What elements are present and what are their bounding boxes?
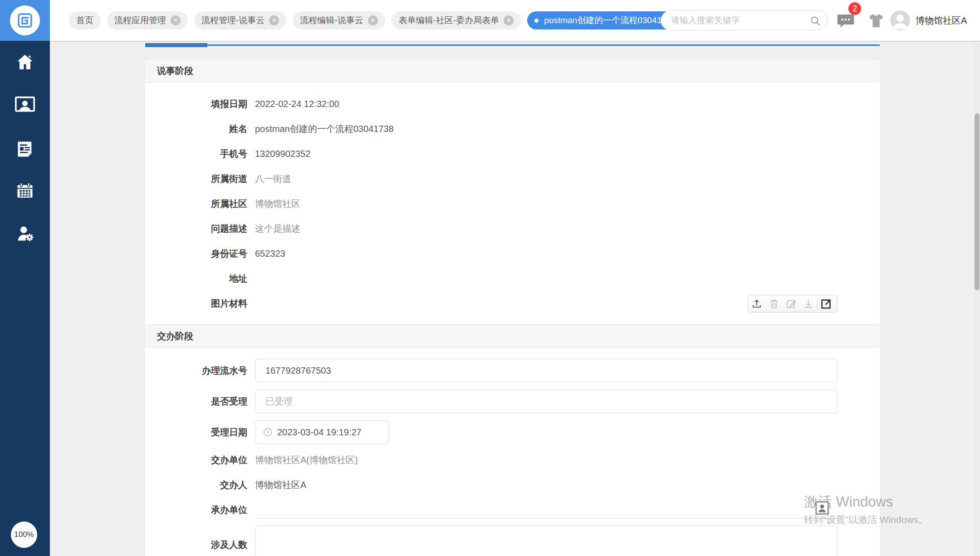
form-row-report-date: 填报日期 2022-02-24 12:32:00 <box>145 92 880 117</box>
top-header: 首页 流程应用管理 × 流程管理-说事云 × 流程编辑-说事云 × 表单编辑-社… <box>50 0 980 42</box>
field-label: 是否受理 <box>145 395 255 408</box>
form-row-description: 问题描述 这个是描述 <box>145 216 880 241</box>
tab-home[interactable]: 首页 <box>69 11 101 29</box>
field-label: 受理日期 <box>145 426 255 439</box>
form-row-accept-date: 受理日期 2023-03-04 19:19:27 <box>145 417 880 448</box>
form-row-phone: 手机号 13209902352 <box>145 141 880 166</box>
field-label: 交办单位 <box>145 454 255 466</box>
form-row-id-number: 身份证号 652323 <box>145 241 880 266</box>
tab-close-icon[interactable]: × <box>269 15 279 25</box>
section-header-stage1: 说事阶段 <box>145 59 880 83</box>
sidebar-item-home[interactable] <box>0 52 50 72</box>
accept-date-input[interactable]: 2023-03-04 19:19:27 <box>255 420 389 444</box>
sidebar-item-news[interactable] <box>0 138 50 158</box>
form-row-undertake-unit: 承办单位 <box>145 497 880 522</box>
badge-count: 2 <box>853 4 857 14</box>
zoom-level-badge[interactable]: 100% <box>11 522 37 548</box>
avatar-person-icon <box>890 10 910 30</box>
tab-process-mgmt[interactable]: 流程管理-说事云 × <box>194 11 286 29</box>
serial-input[interactable] <box>255 359 838 382</box>
notification-badge: 2 <box>848 2 861 15</box>
spiral-logo-icon <box>16 11 34 29</box>
form-row-street: 所属街道 八一街道 <box>145 166 880 191</box>
download-icon[interactable] <box>800 295 817 312</box>
sidebar-item-user-settings[interactable] <box>0 224 50 244</box>
field-label: 办理流水号 <box>145 365 255 377</box>
tab-ink-indicator[interactable] <box>145 43 207 47</box>
current-user-name[interactable]: 博物馆社区A <box>916 0 967 42</box>
form-row-accepted: 是否受理 <box>145 386 880 417</box>
search-box <box>661 10 828 30</box>
tab-close-icon[interactable]: × <box>504 15 514 25</box>
news-icon <box>15 138 35 158</box>
field-value: 2022-02-24 12:32:00 <box>255 99 339 109</box>
form-row-name: 姓名 postman创建的一个流程03041738 <box>145 117 880 141</box>
tab-close-icon[interactable]: × <box>171 15 181 25</box>
undertake-unit-input[interactable] <box>255 518 838 519</box>
tab-close-icon[interactable]: × <box>368 15 378 25</box>
form-row-address: 地址 <box>145 266 880 291</box>
form-row-serial: 办理流水号 <box>145 355 880 386</box>
field-label: 涉及人数 <box>145 539 255 551</box>
field-label: 地址 <box>145 273 255 285</box>
field-value: 博物馆社区 <box>255 198 300 210</box>
search-input[interactable] <box>661 11 828 30</box>
field-label: 身份证号 <box>145 248 255 260</box>
field-value: 博物馆社区A(博物馆社区) <box>255 454 358 466</box>
field-label: 交办人 <box>145 479 255 491</box>
people-count-textarea[interactable] <box>255 526 838 556</box>
field-label: 所属街道 <box>145 173 255 185</box>
field-label: 填报日期 <box>145 98 255 110</box>
tab-label: postman创建的一个流程03041916 <box>544 15 676 26</box>
sidebar-item-calendar[interactable] <box>0 180 50 200</box>
logo-circle <box>10 5 40 35</box>
accept-date-value: 2023-03-04 19:19:27 <box>277 427 362 438</box>
search-icon[interactable] <box>809 15 821 29</box>
main-content: 说事阶段 填报日期 2022-02-24 12:32:00 姓名 postman… <box>50 42 980 556</box>
field-label: 图片材料 <box>145 298 255 310</box>
vertical-scrollbar-thumb[interactable] <box>975 113 980 290</box>
field-label: 承办单位 <box>145 504 255 516</box>
field-label: 手机号 <box>145 148 255 160</box>
tab-label: 流程管理-说事云 <box>201 15 265 26</box>
calendar-icon <box>15 180 35 200</box>
tab-label: 表单编辑-社区-委办局表单 <box>399 15 500 26</box>
edit-icon[interactable] <box>783 295 800 312</box>
form-row-images: 图片材料 <box>145 291 880 316</box>
open-external-icon[interactable] <box>818 295 835 312</box>
tab-ink-line <box>145 44 880 46</box>
sidebar: 100% <box>0 0 50 556</box>
tab-label: 首页 <box>76 15 93 26</box>
messages-icon[interactable] <box>837 14 855 31</box>
zoom-level-text: 100% <box>14 530 34 539</box>
form-row-people-count: 涉及人数 <box>145 526 880 556</box>
user-settings-icon <box>15 224 35 244</box>
vertical-scrollbar-track[interactable] <box>974 42 980 556</box>
field-label: 问题描述 <box>145 223 255 235</box>
contact-card-icon <box>815 501 829 517</box>
field-value: 652323 <box>255 249 285 259</box>
app-logo[interactable] <box>0 0 50 41</box>
field-label: 姓名 <box>145 123 255 135</box>
tab-bar: 首页 流程应用管理 × 流程管理-说事云 × 流程编辑-说事云 × 表单编辑-社… <box>69 11 698 29</box>
tab-label: 流程编辑-说事云 <box>300 15 363 26</box>
sidebar-item-user-monitor[interactable] <box>0 96 50 114</box>
avatar[interactable] <box>890 10 910 30</box>
active-dot <box>534 19 539 23</box>
field-value: 这个是描述 <box>255 223 300 235</box>
tab-process-edit[interactable]: 流程编辑-说事云 × <box>293 11 385 29</box>
theme-shirt-icon[interactable] <box>867 13 885 31</box>
accepted-input[interactable] <box>255 390 838 413</box>
upload-icon[interactable] <box>748 295 765 312</box>
section-header-stage2: 交办阶段 <box>145 324 880 348</box>
home-icon <box>15 52 35 72</box>
app-window: { "header": { "tabs": [ { "label": "首页",… <box>0 0 980 556</box>
tab-form-edit[interactable]: 表单编辑-社区-委办局表单 × <box>392 11 521 29</box>
form-card: 说事阶段 填报日期 2022-02-24 12:32:00 姓名 postman… <box>145 59 880 556</box>
tab-label: 流程应用管理 <box>114 15 166 26</box>
delete-icon[interactable] <box>765 295 783 312</box>
user-monitor-icon <box>15 96 35 114</box>
form-row-community: 所属社区 博物馆社区 <box>145 191 880 216</box>
form-row-assign-unit: 交办单位 博物馆社区A(博物馆社区) <box>145 448 880 473</box>
tab-process-app-mgmt[interactable]: 流程应用管理 × <box>107 11 188 29</box>
